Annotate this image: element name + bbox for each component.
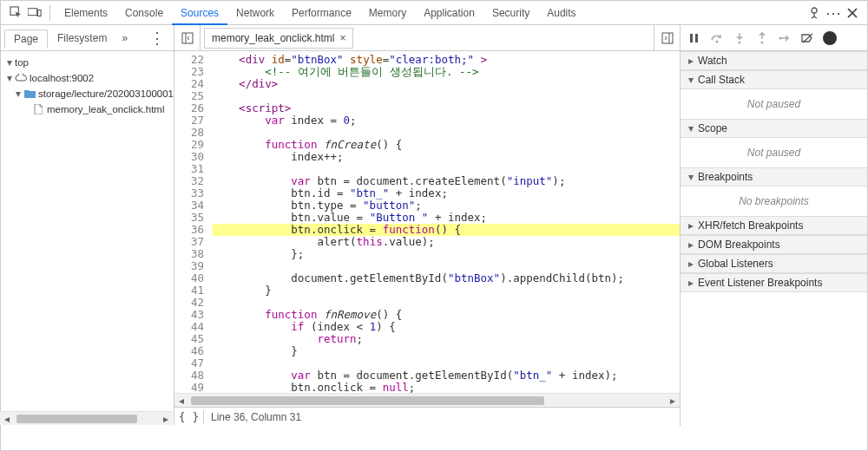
debugger-sidebar: ▸Watch▾Call StackNot paused▾ScopeNot pau… — [681, 51, 867, 426]
code-line[interactable] — [213, 163, 680, 175]
code-line[interactable]: var btn = document.getElementById("btn_"… — [213, 369, 680, 382]
section-label: Global Listeners — [698, 258, 773, 270]
top-tab-console[interactable]: Console — [116, 1, 172, 25]
section-label: Breakpoints — [698, 171, 753, 183]
svg-point-10 — [761, 41, 764, 43]
tree-root[interactable]: ▾ top — [1, 55, 174, 70]
devtools-top-tabbar: ElementsConsoleSourcesNetworkPerformance… — [1, 1, 867, 25]
chevron-down-icon: ▾ — [13, 88, 23, 100]
code-line[interactable]: document.getElementById("btnBox").append… — [213, 272, 680, 284]
scroll-right-icon[interactable]: ▸ — [666, 395, 680, 407]
tab-filesystem[interactable]: Filesystem — [48, 29, 116, 48]
scroll-left-icon[interactable]: ◂ — [1, 413, 14, 425]
top-tab-security[interactable]: Security — [483, 1, 538, 25]
code-line[interactable] — [213, 260, 680, 272]
cloud-icon — [15, 74, 27, 82]
tree-host[interactable]: ▾ localhost:9002 — [1, 70, 174, 86]
section-global-listeners[interactable]: ▸Global Listeners — [681, 254, 867, 273]
sources-subbar: Page Filesystem » ⋮ memory_leak_onclick.… — [1, 25, 867, 51]
inspect-element-icon[interactable] — [6, 3, 25, 23]
section-body: Not paused — [681, 138, 867, 167]
code-body[interactable]: <div id="btnBox" style="clear:both;" > <… — [209, 51, 680, 393]
toggle-debugger-sidebar-icon[interactable] — [654, 25, 680, 51]
code-line[interactable]: index++; — [213, 151, 680, 163]
step-out-icon[interactable] — [753, 29, 771, 47]
section-breakpoints[interactable]: ▾Breakpoints — [681, 167, 867, 186]
top-tab-memory[interactable]: Memory — [360, 1, 415, 25]
step-over-icon[interactable] — [708, 29, 726, 47]
chevron-down-icon: ▾ — [686, 74, 696, 86]
file-tab[interactable]: memory_leak_onclick.html × — [204, 28, 353, 49]
code-line[interactable] — [213, 90, 680, 102]
code-line[interactable]: } — [213, 284, 680, 297]
scroll-left-icon[interactable]: ◂ — [174, 395, 188, 407]
navigator-more-icon[interactable]: » — [122, 32, 128, 44]
debugger-controls — [681, 25, 867, 50]
tree-file[interactable]: memory_leak_onclick.html — [1, 101, 174, 117]
code-line[interactable]: alert(this.value); — [213, 236, 680, 248]
step-icon[interactable] — [776, 29, 793, 47]
top-tab-application[interactable]: Application — [415, 1, 483, 25]
navigator-scrollbar[interactable]: ◂ ▸ — [1, 411, 173, 425]
code-line[interactable]: }; — [213, 248, 680, 260]
code-line[interactable]: btn.value = "Button " + index; — [213, 212, 680, 224]
code-line[interactable]: function fnRemove() { — [213, 309, 680, 321]
top-tab-sources[interactable]: Sources — [172, 1, 227, 25]
pretty-print-icon[interactable]: { } — [174, 410, 204, 423]
code-line[interactable]: if (index < 1) { — [213, 321, 680, 333]
section-dom-breakpoints[interactable]: ▸DOM Breakpoints — [681, 235, 867, 254]
more-menu-icon[interactable]: ⋯ — [824, 3, 843, 23]
tab-page[interactable]: Page — [4, 29, 48, 49]
pause-on-exceptions-icon[interactable] — [821, 29, 838, 47]
code-line[interactable]: function fnCreate() { — [213, 139, 680, 151]
section-body: Not paused — [681, 89, 867, 119]
top-tab-elements[interactable]: Elements — [56, 1, 116, 25]
scroll-thumb[interactable] — [191, 396, 544, 405]
section-event-listener-breakpoints[interactable]: ▸Event Listener Breakpoints — [681, 273, 867, 292]
code-line[interactable]: btn.onclick = function() { — [213, 224, 680, 236]
code-line[interactable]: <div id="btnBox" style="clear:both;" > — [213, 54, 680, 66]
svg-point-9 — [739, 41, 741, 43]
code-line[interactable]: } — [213, 345, 680, 357]
section-scope[interactable]: ▾Scope — [681, 119, 867, 138]
section-watch[interactable]: ▸Watch — [681, 51, 867, 70]
code-line[interactable]: btn.onclick = null; — [213, 382, 680, 393]
code-line[interactable]: <!-- 여기에 버튼들이 생성됩니다. --> — [213, 66, 680, 78]
device-toolbar-icon[interactable] — [25, 3, 44, 23]
code-line[interactable]: return; — [213, 333, 680, 345]
deactivate-breakpoints-icon[interactable] — [799, 29, 816, 47]
code-line[interactable] — [213, 127, 680, 139]
code-line[interactable] — [213, 297, 680, 309]
editor-scrollbar[interactable]: ◂ ▸ — [174, 393, 680, 407]
code-line[interactable]: </div> — [213, 78, 680, 90]
scroll-thumb[interactable] — [16, 415, 137, 423]
code-line[interactable]: var btn = document.createElement("input"… — [213, 175, 680, 187]
top-tab-performance[interactable]: Performance — [283, 1, 360, 25]
svg-point-11 — [779, 36, 782, 39]
settings-icon[interactable] — [805, 3, 824, 23]
code-line[interactable]: btn.id = "btn_" + index; — [213, 187, 680, 199]
close-tab-icon[interactable]: × — [339, 32, 345, 44]
section-xhr-fetch-breakpoints[interactable]: ▸XHR/fetch Breakpoints — [681, 216, 867, 235]
code-line[interactable] — [213, 357, 680, 369]
top-tab-network[interactable]: Network — [227, 1, 283, 25]
toggle-navigator-icon[interactable] — [174, 25, 201, 51]
close-devtools-icon[interactable] — [843, 3, 862, 23]
line-gutter: 2223242526272829303132333435363738394041… — [174, 51, 209, 393]
code-editor[interactable]: 2223242526272829303132333435363738394041… — [174, 51, 680, 393]
navigator-menu-icon[interactable]: ⋮ — [144, 29, 170, 48]
chevron-right-icon: ▸ — [686, 258, 696, 270]
scroll-right-icon[interactable]: ▸ — [159, 413, 173, 425]
tree-file-label: memory_leak_onclick.html — [47, 104, 165, 114]
code-line[interactable]: btn.type = "button"; — [213, 199, 680, 212]
section-call-stack[interactable]: ▾Call Stack — [681, 70, 867, 89]
code-line[interactable]: var index = 0; — [213, 114, 680, 127]
code-line[interactable]: <script> — [213, 102, 680, 114]
tree-folder-label: storage/lecture/202003100001 — [38, 88, 174, 99]
file-icon — [32, 104, 44, 114]
top-tab-audits[interactable]: Audits — [538, 1, 584, 25]
file-navigator: ▾ top ▾ localhost:9002 ▾ storage/lecture… — [1, 51, 174, 426]
tree-folder[interactable]: ▾ storage/lecture/202003100001 — [1, 86, 174, 101]
step-into-icon[interactable] — [731, 29, 748, 47]
pause-icon[interactable] — [686, 29, 703, 47]
